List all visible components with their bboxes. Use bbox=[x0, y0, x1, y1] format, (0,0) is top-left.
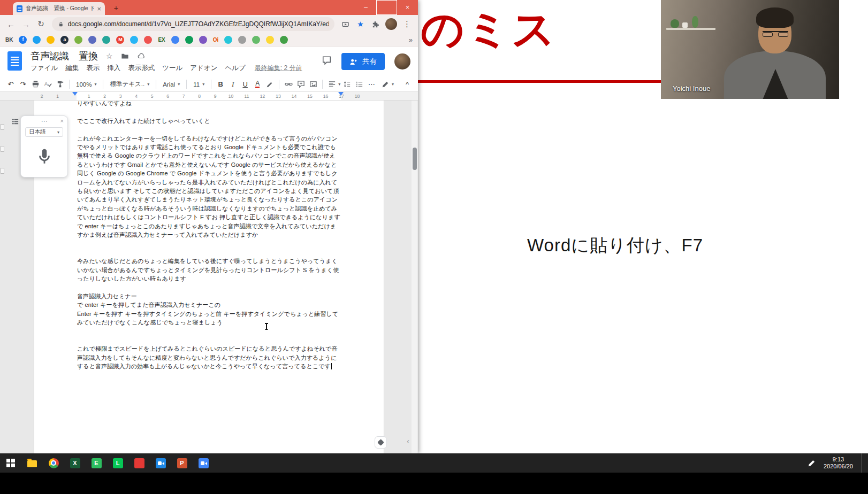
browser-tab[interactable]: 音声認識 置換 - Google ドキュ... × bbox=[13, 2, 105, 15]
bookmark-icon[interactable]: BK bbox=[5, 37, 13, 43]
media-control-icon[interactable] bbox=[339, 18, 352, 31]
extensions-puzzle-icon[interactable] bbox=[369, 18, 382, 31]
insert-link-icon[interactable] bbox=[283, 79, 294, 90]
align-caret-icon[interactable]: ▾ bbox=[338, 82, 340, 87]
ruler[interactable]: 21123456789101112131415161718 bbox=[0, 92, 418, 101]
evernote-taskbar-icon[interactable]: E bbox=[86, 453, 107, 473]
line-taskbar-icon[interactable]: L bbox=[107, 453, 128, 473]
bookmark-icon[interactable] bbox=[185, 36, 193, 44]
bookmark-icon[interactable] bbox=[266, 36, 274, 44]
document-title[interactable]: 音声認識 置換 bbox=[31, 50, 98, 63]
video-app-taskbar-icon[interactable] bbox=[150, 453, 171, 473]
bookmark-icon[interactable]: M bbox=[116, 36, 124, 44]
forward-button[interactable]: → bbox=[19, 18, 33, 31]
line-spacing-icon[interactable] bbox=[341, 79, 353, 90]
bookmark-icon[interactable]: EX bbox=[158, 37, 165, 43]
bookmark-icon[interactable]: a bbox=[60, 36, 68, 44]
browser-menu-icon[interactable]: ⋮ bbox=[400, 18, 414, 31]
add-comment-icon[interactable] bbox=[295, 79, 307, 90]
zoom-taskbar-icon[interactable] bbox=[193, 453, 214, 473]
menu-edit[interactable]: 編集 bbox=[62, 62, 82, 74]
star-icon[interactable]: ☆ bbox=[106, 52, 113, 60]
left-indent-marker[interactable] bbox=[72, 92, 78, 96]
comments-icon[interactable] bbox=[322, 56, 332, 67]
bookmark-icon[interactable] bbox=[280, 36, 288, 44]
file-explorer-taskbar-icon[interactable] bbox=[21, 453, 43, 473]
menu-format[interactable]: 表示形式 bbox=[124, 62, 158, 74]
voice-language-select[interactable]: 日本語 ▾ bbox=[25, 127, 63, 137]
vertical-scrollbar[interactable] bbox=[412, 101, 417, 453]
bookmark-icon[interactable]: f bbox=[19, 36, 27, 44]
collapse-chevron-icon[interactable]: ‹ bbox=[407, 436, 409, 445]
menu-addons[interactable]: アドオン bbox=[186, 62, 221, 74]
red-app-taskbar-icon[interactable] bbox=[128, 453, 150, 473]
list-icon[interactable] bbox=[353, 79, 365, 90]
font-select[interactable]: Arial▾ bbox=[159, 79, 183, 90]
account-avatar[interactable] bbox=[394, 53, 410, 70]
right-indent-marker[interactable] bbox=[338, 92, 344, 96]
taskbar-clock[interactable]: 9:13 2020/06/20 bbox=[824, 456, 853, 470]
chrome-taskbar-icon[interactable] bbox=[43, 453, 64, 473]
new-tab-button[interactable]: + bbox=[110, 3, 122, 13]
document-page[interactable]: りやすいんですよねでここで改行入れてまた続けてしゃべっていくとこれが今これエンタ… bbox=[34, 101, 384, 453]
voice-more-icon[interactable]: ⋯ bbox=[41, 118, 48, 125]
address-bar[interactable]: docs.google.com/document/d/1v7Vo_UZEJT7O… bbox=[52, 17, 334, 31]
last-edit-link[interactable]: 最終編集: 2 分前 bbox=[255, 64, 302, 73]
editing-mode-select[interactable]: ▾ bbox=[378, 79, 397, 90]
bookmarks-overflow-chevron[interactable]: » bbox=[409, 36, 413, 44]
collapse-toolbar-icon[interactable]: ^ bbox=[401, 79, 413, 90]
print-icon[interactable] bbox=[29, 79, 41, 90]
align-icon[interactable] bbox=[326, 79, 338, 90]
tab-close-icon[interactable]: × bbox=[97, 5, 101, 12]
microphone-button[interactable] bbox=[21, 139, 67, 174]
insert-image-icon[interactable] bbox=[307, 79, 319, 90]
styles-select[interactable]: 標準テキス..▾ bbox=[106, 79, 153, 90]
pen-icon[interactable] bbox=[808, 459, 816, 467]
cloud-status-icon[interactable] bbox=[137, 52, 146, 60]
bookmark-star-icon[interactable]: ★ bbox=[354, 18, 367, 31]
menu-view[interactable]: 表示 bbox=[82, 62, 103, 74]
document-outline-icon[interactable] bbox=[11, 117, 20, 126]
more-options-icon[interactable]: ⋯ bbox=[366, 79, 377, 90]
text-color-icon[interactable]: A bbox=[252, 79, 263, 90]
window-minimize-button[interactable]: – bbox=[355, 0, 376, 15]
bookmark-icon[interactable] bbox=[130, 36, 138, 44]
undo-icon[interactable]: ↶ bbox=[5, 79, 17, 90]
italic-icon[interactable]: I bbox=[227, 79, 239, 90]
share-button[interactable]: 共有 bbox=[341, 53, 385, 70]
voice-close-icon[interactable]: × bbox=[60, 118, 64, 124]
underline-icon[interactable]: U bbox=[239, 79, 251, 90]
bookmark-icon[interactable]: Oi bbox=[213, 37, 219, 43]
browser-profile-avatar[interactable] bbox=[385, 18, 397, 30]
redo-icon[interactable]: ↷ bbox=[17, 79, 29, 90]
powerpoint-taskbar-icon[interactable]: P bbox=[171, 453, 193, 473]
show-desktop-button[interactable] bbox=[861, 453, 864, 473]
menu-insert[interactable]: 挿入 bbox=[103, 62, 124, 74]
bookmark-icon[interactable] bbox=[252, 36, 260, 44]
bookmark-icon[interactable] bbox=[224, 36, 232, 44]
zoom-select[interactable]: 100%▾ bbox=[73, 79, 100, 90]
bookmark-icon[interactable] bbox=[144, 36, 152, 44]
bookmark-icon[interactable] bbox=[171, 36, 179, 44]
paint-format-icon[interactable] bbox=[54, 79, 66, 90]
explore-button[interactable] bbox=[375, 436, 387, 449]
bookmark-icon[interactable] bbox=[74, 36, 82, 44]
reload-button[interactable]: ↻ bbox=[34, 18, 48, 31]
bold-icon[interactable]: B bbox=[215, 79, 226, 90]
menu-file[interactable]: ファイル bbox=[27, 62, 62, 74]
font-size-select[interactable]: 11▾ bbox=[190, 79, 208, 90]
window-maximize-button[interactable] bbox=[376, 0, 397, 15]
excel-taskbar-icon[interactable]: X bbox=[64, 453, 86, 473]
spellcheck-icon[interactable]: A bbox=[42, 79, 54, 90]
bookmark-icon[interactable] bbox=[33, 36, 41, 44]
window-close-button[interactable]: × bbox=[397, 0, 418, 15]
bookmark-icon[interactable] bbox=[88, 36, 96, 44]
bookmark-icon[interactable] bbox=[238, 36, 246, 44]
bookmark-icon[interactable] bbox=[47, 36, 55, 44]
highlight-icon[interactable] bbox=[264, 79, 276, 90]
google-docs-logo[interactable] bbox=[7, 51, 22, 71]
menu-tools[interactable]: ツール bbox=[158, 62, 186, 74]
bookmark-icon[interactable] bbox=[102, 36, 110, 44]
bookmark-icon[interactable] bbox=[199, 36, 207, 44]
back-button[interactable]: ← bbox=[4, 18, 18, 31]
